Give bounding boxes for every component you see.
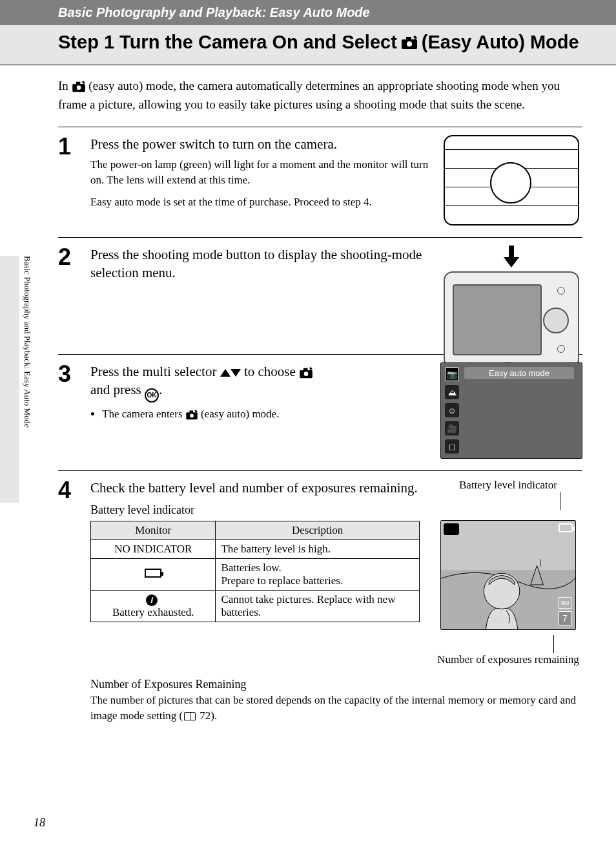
lcd-mode-label: Easy auto mode xyxy=(464,367,574,379)
down-triangle-icon xyxy=(231,369,241,377)
manual-ref-icon xyxy=(184,712,196,720)
up-triangle-icon xyxy=(220,369,231,377)
table-row: NO INDICATOR The battery level is high. xyxy=(91,540,420,559)
table-row: Batteries low. Prepare to replace batter… xyxy=(91,559,420,591)
battery-level-table: Monitor Description NO INDICATOR The bat… xyxy=(90,521,420,622)
side-tab xyxy=(0,256,19,503)
step-1: 1 Press the power switch to turn on the … xyxy=(58,127,582,237)
side-label: Basic Photography and Playback: Easy Aut… xyxy=(22,256,32,503)
intro-paragraph: In (easy auto) mode, the camera automati… xyxy=(58,77,582,114)
leader-line xyxy=(560,492,560,510)
step-heading: Press the shooting mode button to displa… xyxy=(90,246,430,282)
mode-scene-icon: ⛰ xyxy=(445,385,459,399)
battery-indicator-icon xyxy=(559,523,573,532)
svg-point-2 xyxy=(407,41,412,47)
mode-auto-icon: ◻ xyxy=(445,439,459,454)
step-description: The camera enters (easy auto) mode. xyxy=(90,406,430,422)
breadcrumb-bar: Basic Photography and Playback: Easy Aut… xyxy=(0,0,616,25)
s3-post: and press xyxy=(90,382,141,397)
table-row: i Battery exhausted. Cannot take picture… xyxy=(91,591,420,622)
lcd-menu-illustration: 📷 ⛰ ☺ 🎥 ◻ Easy auto mode xyxy=(440,362,582,459)
warning-icon: i xyxy=(146,594,158,606)
arrow-down-icon xyxy=(502,246,520,267)
step-number: 1 xyxy=(58,135,80,225)
s3-bullet: The camera enters (easy auto) mode. xyxy=(102,406,430,422)
svg-rect-6 xyxy=(509,246,514,257)
step1-p1: The power-on lamp (green) will light for… xyxy=(90,157,430,188)
mode-easy-auto-icon: 📷 xyxy=(445,367,459,381)
col-monitor: Monitor xyxy=(91,521,216,540)
mode-indicator-icon xyxy=(444,523,459,535)
num-exposures-heading: Number of Exposures Remaining xyxy=(90,678,582,691)
step-number: 4 xyxy=(58,479,80,724)
cell-description: The battery level is high. xyxy=(216,540,420,559)
s3-pre: Press the multi selector xyxy=(90,364,216,379)
table-header-row: Monitor Description xyxy=(91,521,420,540)
lcd-mode-icons: 📷 ⛰ ☺ 🎥 ◻ xyxy=(445,367,459,454)
svg-rect-1 xyxy=(406,37,411,40)
leader-line xyxy=(553,635,554,653)
monitor-illustration: 8M 7 xyxy=(440,520,576,630)
breadcrumb-text: Basic Photography and Playback: Easy Aut… xyxy=(58,5,370,19)
step-description: The power-on lamp (green) will light for… xyxy=(90,157,430,209)
step-2: 2 Press the shooting mode button to disp… xyxy=(58,238,582,354)
easy-auto-icon xyxy=(299,367,313,379)
step-heading: Press the multi selector to choose and p… xyxy=(90,362,430,403)
svg-marker-7 xyxy=(504,257,519,267)
fig-label-top: Battery level indicator xyxy=(434,479,582,492)
svg-point-10 xyxy=(304,372,309,376)
cell-description: Cannot take pictures. Replace with new b… xyxy=(216,591,420,622)
title-post: (Easy Auto) Mode xyxy=(422,32,579,53)
mode-smile-icon: ☺ xyxy=(445,403,459,417)
step-number: 2 xyxy=(58,246,80,342)
svg-rect-9 xyxy=(303,368,308,371)
cell-monitor: NO INDICATOR xyxy=(91,540,216,559)
intro-mid: (easy auto) mode, the camera automatical… xyxy=(58,79,560,111)
battery-low-icon xyxy=(145,569,161,578)
page-title-band: Step 1 Turn the Camera On and Select (Ea… xyxy=(0,25,616,65)
step1-p2: Easy auto mode is set at the time of pur… xyxy=(90,194,430,210)
step-3: 3 Press the multi selector to choose and… xyxy=(58,355,582,470)
cell-monitor: i Battery exhausted. xyxy=(91,591,216,622)
step-4: 4 Check the battery level and number of … xyxy=(58,471,582,724)
cell-description: Batteries low. Prepare to replace batter… xyxy=(216,559,420,591)
step-heading: Check the battery level and number of ex… xyxy=(90,479,420,497)
page-number: 18 xyxy=(34,816,45,830)
num-exposures-paragraph: The number of pictures that can be store… xyxy=(90,693,582,724)
s3-mid: to choose xyxy=(244,364,296,379)
exposures-remaining-indicator: 7 xyxy=(559,611,571,625)
intro-pre: In xyxy=(58,79,68,92)
image-size-indicator: 8M xyxy=(559,597,571,609)
col-description: Description xyxy=(216,521,420,540)
cell-monitor xyxy=(91,559,216,591)
svg-rect-4 xyxy=(76,82,80,85)
camera-back-illustration: Nikon xyxy=(444,246,579,342)
easy-auto-icon xyxy=(185,410,198,420)
svg-point-5 xyxy=(76,85,81,90)
content-area: In (easy auto) mode, the camera automati… xyxy=(0,65,616,724)
fig-label-bottom: Number of exposures remaining xyxy=(434,653,582,666)
easy-auto-icon xyxy=(401,36,418,50)
step-number: 3 xyxy=(58,362,80,459)
camera-top-illustration xyxy=(444,135,579,225)
easy-auto-icon xyxy=(72,81,86,92)
ok-button-icon: OK xyxy=(145,388,159,403)
title-pre: Step 1 Turn the Camera On and Select xyxy=(58,32,397,53)
page-title: Step 1 Turn the Camera On and Select (Ea… xyxy=(58,32,590,53)
monitor-figure-column: Battery level indicator xyxy=(434,479,582,666)
svg-point-13 xyxy=(190,414,194,418)
step-heading: Press the power switch to turn on the ca… xyxy=(90,135,430,153)
mode-movie-icon: 🎥 xyxy=(445,421,459,435)
battery-table-heading: Battery level indicator xyxy=(90,503,420,517)
scene-drawing xyxy=(441,521,575,629)
svg-rect-12 xyxy=(189,411,193,414)
battery-exhausted-label: Battery exhausted. xyxy=(112,606,194,618)
